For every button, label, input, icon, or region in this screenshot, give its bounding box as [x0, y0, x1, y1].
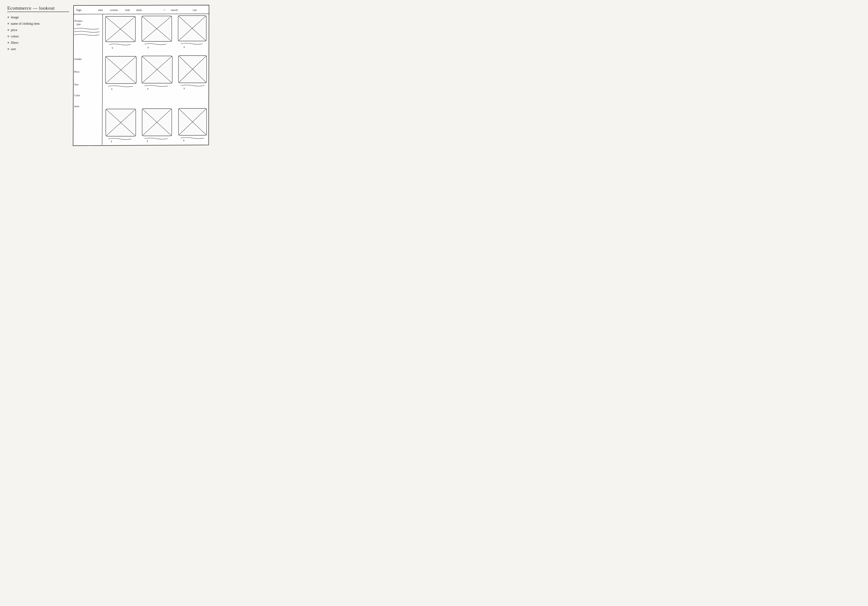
- sidebar-price[interactable]: Price: [74, 71, 79, 73]
- product-price-3-2: $: [147, 140, 148, 142]
- wireframe-svg: logo men women kids deals ○ search cart …: [71, 4, 211, 147]
- product-price-2-3: $: [184, 87, 185, 90]
- wireframe-section: logo men women kids deals ○ search cart …: [71, 4, 211, 147]
- product-price-1-2: $: [147, 46, 149, 49]
- product-price-1-3: $: [184, 46, 185, 48]
- note-colors: colors: [7, 34, 69, 39]
- sidebar-gender[interactable]: Gender: [74, 58, 82, 60]
- page-title: Ecommerce — lookout: [7, 5, 69, 12]
- nav-logo[interactable]: logo: [76, 8, 81, 12]
- nav-cart[interactable]: cart: [193, 9, 197, 11]
- sidebar-product-type[interactable]: Product: [74, 20, 82, 22]
- notes-list: image name of clothing item price colors…: [7, 15, 69, 51]
- product-price-2-2: $: [147, 87, 149, 90]
- product-price-3-3: $: [183, 139, 184, 142]
- note-image: image: [7, 15, 69, 19]
- notes-section: Ecommerce — lookout image name of clothi…: [7, 5, 69, 53]
- note-filters: filters: [7, 41, 69, 45]
- nav-deals[interactable]: deals: [136, 9, 142, 11]
- nav-men[interactable]: men: [98, 9, 103, 11]
- note-sort: sort: [7, 47, 69, 51]
- product-price-3-1: $: [111, 140, 112, 143]
- nav-search[interactable]: search: [171, 9, 178, 11]
- product-price-1-1: $: [112, 46, 113, 49]
- sidebar-color[interactable]: Color: [74, 94, 80, 97]
- note-price: price: [7, 28, 69, 32]
- sidebar-more[interactable]: more: [74, 105, 79, 108]
- nav-circle[interactable]: ○: [164, 9, 165, 11]
- nav-kids[interactable]: kids: [126, 9, 130, 11]
- sidebar-size[interactable]: Size: [74, 83, 79, 86]
- nav-women[interactable]: women: [110, 9, 118, 11]
- sidebar-product-type-2: type: [76, 23, 81, 26]
- product-price-2-1: $: [111, 88, 113, 90]
- note-name: name of clothing item: [7, 22, 69, 26]
- sketch-page: Ecommerce — lookout image name of clothi…: [0, 0, 217, 152]
